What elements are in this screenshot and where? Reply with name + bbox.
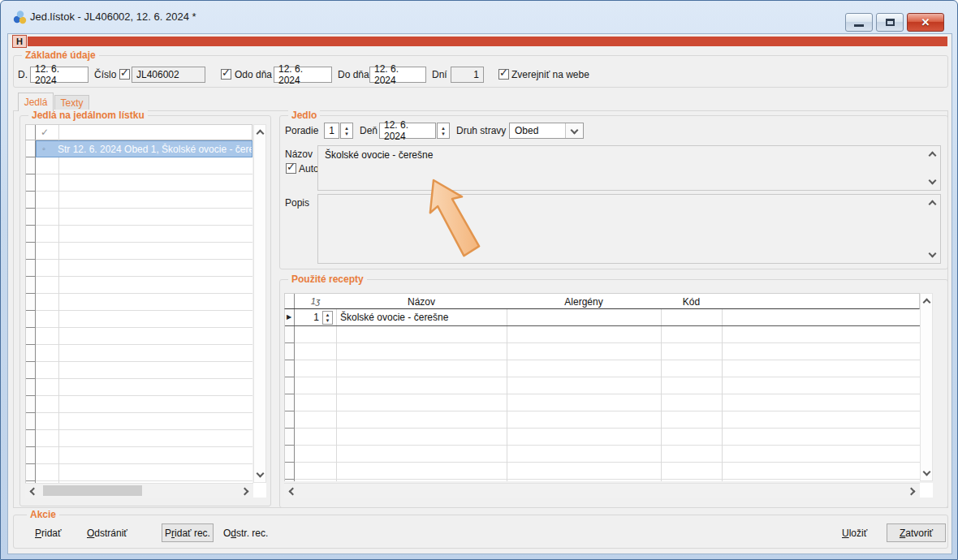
recipe-row-num: 1: [296, 312, 319, 323]
spin-up-icon: ▲: [326, 312, 330, 317]
odo-dna-input[interactable]: 12. 6. 2024: [274, 67, 332, 83]
memo-scroll-up[interactable]: [926, 198, 938, 208]
tab-texty[interactable]: Texty: [54, 95, 89, 111]
publish-label: Zverejniť na webe: [511, 69, 589, 80]
recipes-table-header: 1ʒ Názov Alergény Kód: [284, 293, 920, 309]
recipes-group: Použité recepty 1ʒ Názov Alergény Kód ▶: [279, 279, 948, 508]
recipes-header-selector: [285, 294, 295, 308]
recipes-selector-column: [285, 309, 295, 481]
check-icon: ✓: [120, 67, 129, 80]
do-dna-input[interactable]: 12. 6. 2024: [369, 67, 426, 83]
cislo-checkbox[interactable]: ✓: [119, 69, 130, 80]
tab-jedla[interactable]: Jedlá: [18, 93, 54, 111]
button-label: idať rec.: [175, 528, 210, 539]
maximize-icon: [886, 19, 895, 26]
meal-list-header-selector: [26, 125, 36, 140]
recipes-col-order[interactable]: 1ʒ: [295, 294, 336, 308]
window-title: Jed.lístok - JL406002, 12. 6. 2024 *: [30, 11, 196, 23]
column-divider: [661, 309, 662, 481]
odo-dna-label: Odo dňa: [235, 69, 272, 80]
check-icon: ✓: [222, 67, 231, 80]
zatvorit-button[interactable]: Zatvoriť: [887, 523, 946, 542]
scroll-corner: [253, 483, 266, 498]
minimize-icon: [854, 24, 864, 27]
scroll-left-arrow[interactable]: [286, 484, 297, 498]
cislo-input[interactable]: JL406002: [132, 67, 205, 83]
pridat-rec-button[interactable]: Pridať rec.: [162, 523, 214, 542]
nazov-memo-text: Školské ovocie - čerešne: [325, 149, 433, 161]
chevron-down-icon: [928, 177, 936, 185]
recipes-row[interactable]: ▶ 1 ▲ ▼ Školské ovocie - čerešne: [285, 309, 920, 326]
recipes-col-nazov[interactable]: Názov: [336, 294, 507, 308]
odstr-rec-button[interactable]: Odstr. rec.: [223, 524, 268, 542]
scroll-right-arrow[interactable]: [240, 484, 252, 498]
dni-input[interactable]: 1: [451, 67, 484, 83]
pridat-button[interactable]: Pridať: [35, 524, 62, 542]
recipe-row-spinner[interactable]: ▲ ▼: [322, 311, 333, 325]
recipes-vscrollbar[interactable]: [920, 293, 933, 481]
combobox-value: Obed: [510, 123, 565, 138]
meal-list-group: Jedlá na jedálnom lístku ✓ ◦ Str 12. 6. …: [19, 115, 271, 506]
memo-scroll-down[interactable]: [926, 177, 938, 187]
scroll-down-arrow[interactable]: [921, 467, 932, 479]
spin-down-icon: ▼: [441, 131, 446, 136]
column-divider: [722, 309, 723, 481]
scroll-left-arrow[interactable]: [27, 484, 38, 498]
button-label: O: [87, 528, 94, 539]
spin-up-icon: ▲: [441, 126, 446, 131]
title-bar[interactable]: Jed.lístok - JL406002, 12. 6. 2024 * ✕: [1, 1, 957, 33]
basic-data-group: Základné údaje D. 12. 6. 2024 Číslo ✓ JL…: [13, 55, 948, 88]
meal-list-hscrollbar[interactable]: [25, 483, 253, 498]
recipes-table-rows[interactable]: ▶ 1 ▲ ▼ Školské ovocie - čerešne: [284, 309, 920, 481]
app-icon: [13, 11, 27, 24]
meal-list-header: ✓: [25, 124, 252, 140]
auto-checkbox[interactable]: ✓: [286, 163, 296, 174]
button-label: Z: [900, 528, 905, 539]
recipes-col-kod[interactable]: Kód: [661, 294, 722, 308]
memo-scroll-down[interactable]: [926, 250, 938, 260]
druh-stravy-combobox[interactable]: Obed: [509, 123, 584, 139]
column-divider: [58, 125, 59, 141]
range-checkbox[interactable]: ✓: [221, 69, 231, 80]
meal-list-rows[interactable]: [25, 140, 252, 483]
recipes-hscrollbar[interactable]: [284, 483, 920, 498]
chevron-up-icon: [256, 130, 264, 138]
scroll-up-arrow[interactable]: [921, 295, 932, 307]
den-spinner[interactable]: ▲ ▼: [437, 123, 450, 139]
meal-list-selected-row[interactable]: ◦ Str 12. 6. 2024 Obed 1, Školské ovocie…: [36, 140, 252, 157]
meal-list-vscrollbar[interactable]: [253, 124, 266, 483]
chevron-down-icon: [922, 468, 930, 476]
recipes-col-alergeny[interactable]: Alergény: [507, 294, 661, 308]
app-window: Jed.lístok - JL406002, 12. 6. 2024 * ✕ H…: [0, 0, 958, 560]
poradie-label: Poradie: [285, 125, 318, 136]
chevron-up-icon: [928, 152, 936, 160]
poradie-spinner[interactable]: ▲ ▼: [340, 123, 353, 139]
ulozit-button[interactable]: Uložiť: [842, 524, 867, 542]
maximize-button[interactable]: [876, 13, 904, 32]
client-area: H Základné údaje D. 12. 6. 2024 Číslo ✓ …: [7, 33, 952, 554]
close-button[interactable]: ✕: [907, 13, 944, 32]
scroll-up-arrow[interactable]: [254, 127, 265, 138]
cursor-arrow-graphic: [383, 174, 505, 295]
memo-scroll-up[interactable]: [926, 149, 938, 159]
scroll-corner: [920, 483, 933, 498]
combobox-dropdown-button[interactable]: [565, 123, 583, 138]
odstranit-button[interactable]: Odstrániť: [87, 524, 127, 542]
h-button[interactable]: H: [12, 35, 27, 48]
nazov-label: Názov: [285, 149, 313, 160]
d-date-input[interactable]: 12. 6. 2024: [30, 67, 88, 83]
minimize-button[interactable]: [845, 13, 873, 32]
meal-list-group-label: Jedlá na jedálnom lístku: [28, 110, 148, 121]
publish-checkbox[interactable]: ✓: [498, 69, 509, 80]
poradie-input[interactable]: 1: [324, 123, 339, 139]
scroll-right-arrow[interactable]: [907, 484, 918, 498]
den-input[interactable]: 12. 6. 2024: [379, 123, 436, 139]
button-label: dstrániť: [94, 528, 127, 539]
actions-group-label: Akcie: [27, 509, 59, 520]
spin-down-icon: ▼: [344, 131, 349, 136]
column-divider: [58, 140, 59, 483]
spin-up-icon: ▲: [344, 126, 349, 131]
column-divider: [336, 309, 337, 481]
hscroll-thumb[interactable]: [43, 485, 142, 496]
scroll-down-arrow[interactable]: [254, 469, 265, 480]
